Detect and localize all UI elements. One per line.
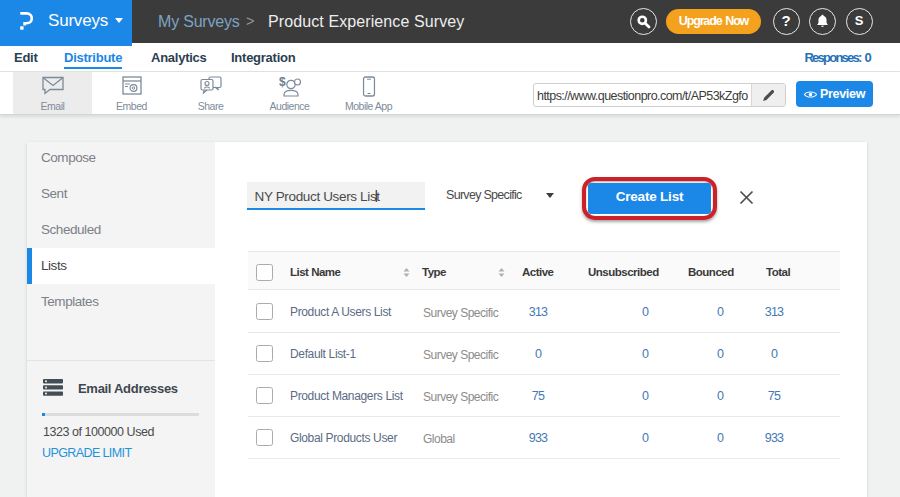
svg-text:$: $ <box>279 76 286 89</box>
